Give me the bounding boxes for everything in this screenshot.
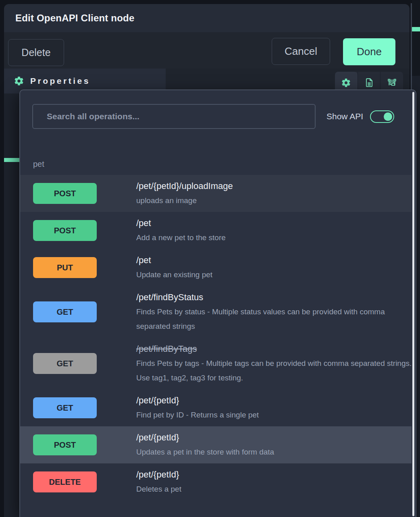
search-input[interactable] [32, 104, 316, 129]
operation-row[interactable]: POST /pet Add a new pet to the store [20, 212, 412, 249]
box-select-icon [387, 77, 397, 88]
background-accent-strip [412, 27, 420, 31]
toggle-knob [384, 112, 392, 121]
operation-description: Find pet by ID - Returns a single pet [136, 408, 414, 422]
method-badge: GET [33, 397, 97, 418]
operation-path: /pet/{petId}/uploadImage [136, 180, 418, 192]
operation-description: Finds Pets by status - Multiple status v… [136, 305, 414, 334]
operation-row[interactable]: GET /pet/findByStatus Finds Pets by stat… [20, 286, 412, 338]
method-badge: POST [33, 183, 97, 204]
delete-button[interactable]: Delete [8, 39, 64, 66]
method-badge: GET [33, 353, 97, 374]
operation-description: Add a new pet to the store [136, 230, 414, 245]
method-badge: PUT [33, 257, 97, 278]
operation-path: /pet/findByTags [136, 343, 418, 355]
method-badge: GET [33, 301, 97, 322]
method-badge: POST [33, 220, 97, 241]
operation-row[interactable]: POST /pet/{petId} Updates a pet in the s… [20, 426, 412, 463]
operation-description: Update an existing pet [136, 268, 414, 282]
dropdown-scrollbar[interactable] [412, 92, 414, 516]
done-button[interactable]: Done [343, 38, 395, 65]
method-badge: POST [33, 434, 97, 455]
operation-path: /pet [136, 254, 418, 266]
gear-icon [341, 78, 351, 88]
section-label: pet [33, 160, 44, 169]
operation-row[interactable]: POST /pet/{petId}/uploadImage uploads an… [20, 175, 412, 212]
show-api-control: Show API [326, 110, 394, 123]
method-badge: DELETE [33, 471, 97, 492]
active-tab-underline [4, 158, 19, 162]
operations-dropdown: Show API pet POST /pet/{petId}/uploadIma… [19, 89, 416, 517]
operation-row[interactable]: DELETE /pet/{petId} Deletes a pet [20, 463, 412, 500]
modal-button-bar: Delete Cancel Done [4, 32, 410, 69]
operation-row[interactable]: GET /pet/{petId} Find pet by ID - Return… [20, 389, 412, 426]
operation-description: Deletes a pet [136, 482, 414, 496]
modal-header: Edit OpenAPI Client node [4, 4, 410, 32]
cancel-button[interactable]: Cancel [272, 38, 330, 65]
show-api-toggle[interactable] [370, 110, 394, 123]
operation-path: /pet/{petId} [136, 394, 418, 407]
document-icon [364, 77, 374, 88]
operation-path: /pet/{petId} [136, 469, 418, 481]
operation-path: /pet [136, 217, 418, 229]
show-api-label: Show API [326, 112, 363, 121]
operation-row[interactable]: PUT /pet Update an existing pet [20, 249, 412, 286]
tab-properties-label: Properties [30, 76, 90, 86]
gear-icon [14, 76, 24, 86]
operation-description: uploads an image [136, 193, 414, 208]
operation-description: Finds Pets by tags - Multiple tags can b… [136, 356, 414, 385]
operation-path: /pet/{petId} [136, 432, 418, 444]
operation-path: /pet/findByStatus [136, 291, 418, 303]
operation-row[interactable]: GET /pet/findByTags Finds Pets by tags -… [20, 338, 412, 389]
operation-description: Updates a pet in the store with form dat… [136, 445, 414, 459]
page-title: Edit OpenAPI Client node [15, 12, 134, 24]
